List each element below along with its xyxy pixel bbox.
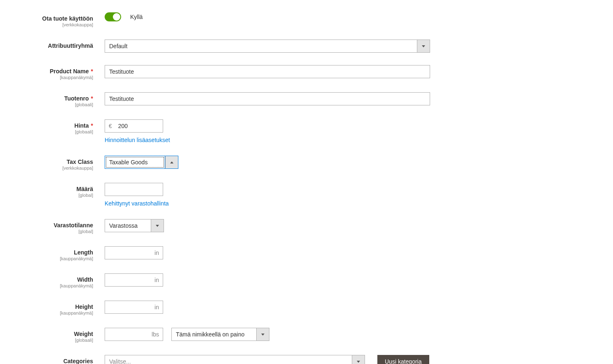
price-scope: [globaali] bbox=[0, 129, 93, 134]
price-input[interactable] bbox=[116, 120, 163, 132]
width-label: Width bbox=[77, 276, 93, 283]
new-category-button[interactable]: Uusi kategoria bbox=[377, 355, 429, 364]
length-input-wrap: in bbox=[105, 246, 163, 259]
advanced-inventory-link[interactable]: Kehittynyt varastohallinta bbox=[105, 200, 169, 207]
hasweight-select[interactable]: Tämä nimikkeellä on paino bbox=[171, 328, 269, 341]
taxclass-label: Tax Class bbox=[67, 159, 93, 165]
width-scope: [kauppanäkymä] bbox=[0, 283, 93, 288]
enable-toggle[interactable] bbox=[105, 12, 121, 21]
required-icon: * bbox=[91, 95, 93, 102]
stockstatus-scope: [global] bbox=[0, 229, 93, 234]
length-label: Length bbox=[74, 249, 93, 256]
weight-label: Weight bbox=[74, 331, 93, 337]
taxclass-scope: [verkkokauppa] bbox=[0, 166, 93, 170]
stockstatus-value: Varastossa bbox=[105, 219, 151, 232]
taxclass-value: Taxable Goods bbox=[105, 156, 165, 169]
categories-select[interactable]: Valitse... bbox=[105, 355, 365, 364]
required-icon: * bbox=[91, 68, 93, 75]
enable-scope: [verkkokauppa] bbox=[0, 22, 93, 27]
taxclass-select[interactable]: Taxable Goods bbox=[105, 156, 178, 169]
length-input[interactable] bbox=[105, 247, 151, 259]
chevron-up-icon[interactable] bbox=[165, 156, 178, 169]
sku-scope: [globaali] bbox=[0, 102, 93, 107]
price-input-wrap: € bbox=[105, 119, 163, 133]
width-unit: in bbox=[151, 274, 163, 286]
quantity-scope: [global] bbox=[0, 193, 93, 198]
quantity-input[interactable] bbox=[105, 183, 163, 196]
categories-placeholder: Valitse... bbox=[105, 355, 352, 364]
height-unit: in bbox=[151, 301, 163, 313]
chevron-down-icon[interactable] bbox=[417, 40, 430, 53]
stockstatus-label: Varastotilanne bbox=[54, 222, 93, 229]
advanced-pricing-link[interactable]: Hinnoittelun lisäasetukset bbox=[105, 137, 170, 143]
categories-label: Categories bbox=[63, 358, 93, 364]
height-input[interactable] bbox=[105, 301, 151, 313]
height-label: Height bbox=[75, 303, 93, 310]
weight-unit: lbs bbox=[148, 328, 163, 341]
currency-symbol: € bbox=[105, 120, 116, 132]
attributeset-value: Default bbox=[105, 40, 417, 53]
attributeset-select[interactable]: Default bbox=[105, 40, 430, 53]
chevron-down-icon[interactable] bbox=[256, 328, 269, 341]
length-unit: in bbox=[151, 247, 163, 259]
enable-value: Kyllä bbox=[130, 14, 143, 20]
weight-input-wrap: lbs bbox=[105, 328, 163, 341]
stockstatus-select[interactable]: Varastossa bbox=[105, 219, 164, 232]
length-scope: [kauppanäkymä] bbox=[0, 256, 93, 261]
enable-label: Ota tuote käyttöön bbox=[42, 15, 93, 22]
height-scope: [kauppanäkymä] bbox=[0, 310, 93, 315]
weight-scope: [globaali] bbox=[0, 338, 93, 343]
weight-input[interactable] bbox=[105, 328, 148, 341]
sku-label: Tuotenro bbox=[64, 95, 89, 102]
required-icon: * bbox=[91, 122, 93, 129]
quantity-label: Määrä bbox=[77, 186, 93, 192]
chevron-down-icon[interactable] bbox=[352, 355, 365, 364]
sku-input[interactable] bbox=[105, 92, 430, 105]
hasweight-value: Tämä nimikkeellä on paino bbox=[171, 328, 256, 341]
width-input-wrap: in bbox=[105, 273, 163, 287]
productname-input[interactable] bbox=[105, 65, 430, 78]
toggle-handle bbox=[113, 13, 120, 21]
chevron-down-icon[interactable] bbox=[151, 219, 164, 232]
attributeset-label: Attribuuttiryhmä bbox=[48, 42, 93, 49]
width-input[interactable] bbox=[105, 274, 151, 286]
height-input-wrap: in bbox=[105, 301, 163, 314]
productname-label: Product Name bbox=[50, 68, 89, 75]
productname-scope: [kauppanäkymä] bbox=[0, 75, 93, 80]
price-label: Hinta bbox=[75, 122, 89, 129]
